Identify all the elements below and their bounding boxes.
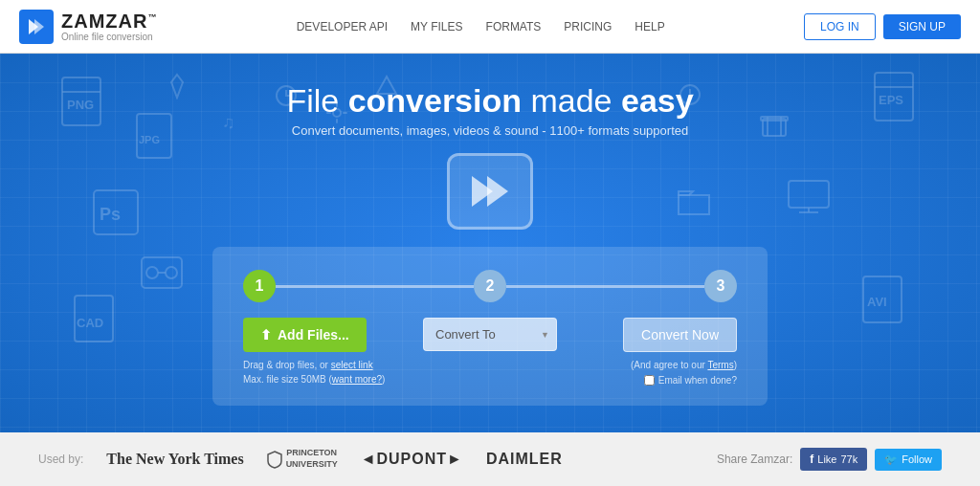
svg-point-23 — [166, 267, 177, 278]
doodle-eps: EPS — [870, 68, 923, 134]
header-buttons: LOG IN SIGN UP — [804, 13, 961, 40]
like-count: 77k — [840, 453, 858, 465]
play-button[interactable] — [447, 153, 533, 230]
terms-link[interactable]: Terms — [707, 360, 733, 370]
want-more-link[interactable]: want more? — [332, 374, 382, 385]
hero-title: File conversion made easy — [286, 82, 693, 120]
logo: ZAMZAR™ Online file conversion — [19, 10, 157, 44]
logo-icon — [19, 10, 54, 44]
step-2-area: Convert To MP4 MP3 PDF JPG PNG — [415, 318, 565, 351]
convert-to-select[interactable]: Convert To MP4 MP3 PDF JPG PNG — [423, 318, 557, 351]
logo-tagline: Online file conversion — [61, 32, 157, 42]
brand-nyt: The New York Times — [106, 451, 243, 468]
svg-text:CAD: CAD — [77, 316, 103, 330]
step-3-circle: 3 — [704, 270, 737, 302]
step-connector-1 — [276, 285, 474, 288]
logo-text: ZAMZAR™ Online file conversion — [61, 11, 157, 42]
doodle-png: PNG — [57, 73, 110, 143]
svg-marker-1 — [34, 19, 44, 34]
twitter-icon: 🐦 — [884, 453, 898, 466]
conversion-controls: ⬆ Add Files... Drag & drop files, or sel… — [243, 318, 737, 387]
svg-text:PNG: PNG — [67, 98, 94, 112]
select-link[interactable]: select link — [331, 360, 373, 370]
used-by-label: Used by: — [38, 453, 83, 466]
svg-text:EPS: EPS — [879, 93, 903, 107]
doodle-monitor — [786, 178, 832, 222]
play-button-area[interactable] — [447, 153, 533, 230]
used-by-section: Used by: The New York Times PRINCETONUNI… — [38, 448, 563, 470]
doodle-music: ♫ — [220, 111, 241, 136]
login-button[interactable]: LOG IN — [804, 13, 876, 40]
follow-label: Follow — [902, 453, 932, 465]
facebook-like-button[interactable]: f Like 77k — [800, 448, 867, 471]
steps-indicator: 1 2 3 — [243, 270, 737, 302]
nav-formats[interactable]: FORMATS — [486, 20, 542, 33]
doodle-folder — [676, 188, 712, 222]
conversion-box: 1 2 3 ⬆ Add Files... Drag & drop files, … — [212, 247, 768, 406]
step-3-area: Convert Now (And agree to our Terms) Ema… — [565, 318, 737, 386]
hero-subtitle: Convert documents, images, videos & soun… — [292, 123, 688, 138]
step-1-circle: 1 — [243, 270, 276, 302]
doodle-jpg: JPG — [134, 111, 177, 167]
share-area: Share Zamzar: f Like 77k 🐦 Follow — [717, 448, 942, 471]
zamzar-arrow-icon — [25, 15, 48, 38]
nav-pricing[interactable]: PRICING — [564, 20, 612, 33]
twitter-follow-button[interactable]: 🐦 Follow — [875, 449, 942, 471]
convert-to-wrapper: Convert To MP4 MP3 PDF JPG PNG — [423, 318, 557, 351]
email-row: Email when done? — [644, 375, 737, 386]
svg-point-22 — [146, 267, 158, 278]
main-nav: DEVELOPER API MY FILES FORMATS PRICING H… — [297, 20, 665, 33]
svg-marker-16 — [171, 75, 183, 98]
nav-my-files[interactable]: MY FILES — [411, 20, 462, 33]
doodle-pencil — [167, 73, 187, 103]
princeton-shield-icon — [267, 450, 282, 469]
convert-hint: (And agree to our Terms) — [631, 358, 737, 372]
convert-now-button[interactable]: Convert Now — [623, 318, 737, 352]
step-1-area: ⬆ Add Files... Drag & drop files, or sel… — [243, 318, 415, 387]
footer: Used by: The New York Times PRINCETONUNI… — [0, 432, 980, 486]
svg-text:AVI: AVI — [867, 295, 887, 309]
nav-help[interactable]: HELP — [635, 20, 664, 33]
like-label: Like — [817, 453, 836, 465]
add-files-button[interactable]: ⬆ Add Files... — [243, 318, 367, 352]
step-2-circle: 2 — [474, 270, 506, 302]
doodle-avi: AVI — [860, 274, 908, 330]
upload-icon: ⬆ — [260, 327, 272, 342]
doodle-cad: CAD — [72, 293, 120, 349]
facebook-icon: f — [810, 453, 813, 466]
hero-section: PNG JPG Ps CAD EPS AVI — [0, 54, 980, 432]
signup-button[interactable]: SIGN UP — [883, 14, 961, 39]
brand-princeton: PRINCETONUNIVERSITY — [267, 448, 338, 470]
email-checkbox[interactable] — [644, 375, 655, 386]
svg-text:JPG: JPG — [139, 134, 160, 145]
svg-text:Ps: Ps — [100, 205, 121, 224]
step-connector-2 — [506, 285, 704, 288]
nav-developer-api[interactable]: DEVELOPER API — [297, 20, 388, 33]
doodle-ps: Ps — [91, 188, 141, 241]
share-label: Share Zamzar: — [717, 453, 792, 466]
brand-dupont: ◄DUPONT► — [361, 451, 463, 468]
doodle-tape — [139, 254, 185, 295]
brand-daimler: DAIMLER — [486, 451, 563, 468]
doodle-film — [760, 111, 789, 144]
play-double-arrow — [472, 176, 508, 207]
logo-name: ZAMZAR™ — [61, 11, 157, 32]
svg-text:♫: ♫ — [222, 113, 235, 132]
header: ZAMZAR™ Online file conversion DEVELOPER… — [0, 0, 980, 54]
file-hint: Drag & drop files, or select link Max. f… — [243, 358, 385, 387]
svg-rect-32 — [789, 181, 829, 208]
